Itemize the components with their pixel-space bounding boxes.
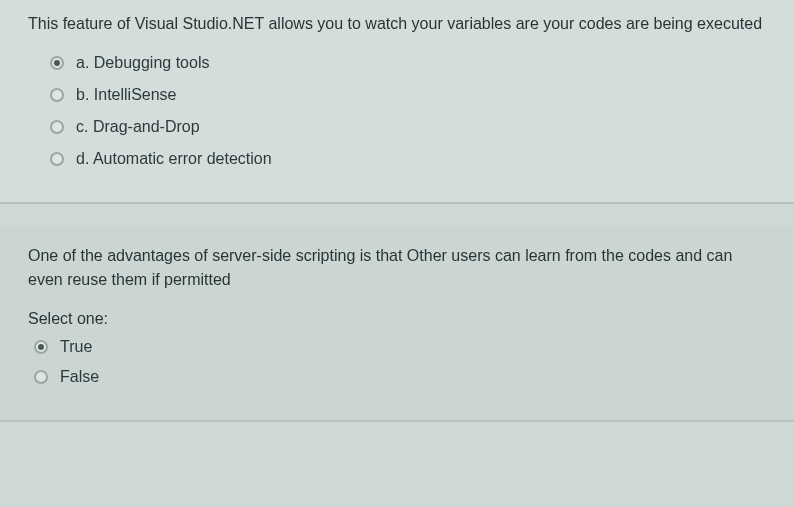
select-one-label: Select one: — [28, 310, 766, 328]
question-1-text: This feature of Visual Studio.NET allows… — [28, 12, 766, 36]
radio-icon[interactable] — [50, 56, 64, 70]
question-2-block: One of the advantages of server-side scr… — [0, 226, 794, 422]
radio-icon[interactable] — [34, 370, 48, 384]
option-row-a[interactable]: a. Debugging tools — [50, 54, 766, 72]
option-label: False — [60, 368, 99, 386]
option-row-b[interactable]: b. IntelliSense — [50, 86, 766, 104]
question-1-options: a. Debugging tools b. IntelliSense c. Dr… — [28, 54, 766, 168]
option-label: b. IntelliSense — [76, 86, 177, 104]
option-row-d[interactable]: d. Automatic error detection — [50, 150, 766, 168]
option-row-false[interactable]: False — [34, 368, 766, 386]
option-row-c[interactable]: c. Drag-and-Drop — [50, 118, 766, 136]
option-label: a. Debugging tools — [76, 54, 209, 72]
radio-icon[interactable] — [50, 152, 64, 166]
option-label: d. Automatic error detection — [76, 150, 272, 168]
option-row-true[interactable]: True — [34, 338, 766, 356]
radio-icon[interactable] — [50, 120, 64, 134]
question-1-block: This feature of Visual Studio.NET allows… — [0, 0, 794, 204]
question-2-text: One of the advantages of server-side scr… — [28, 244, 766, 292]
question-2-options: True False — [28, 338, 766, 386]
radio-icon[interactable] — [50, 88, 64, 102]
radio-icon[interactable] — [34, 340, 48, 354]
option-label: c. Drag-and-Drop — [76, 118, 200, 136]
option-label: True — [60, 338, 92, 356]
